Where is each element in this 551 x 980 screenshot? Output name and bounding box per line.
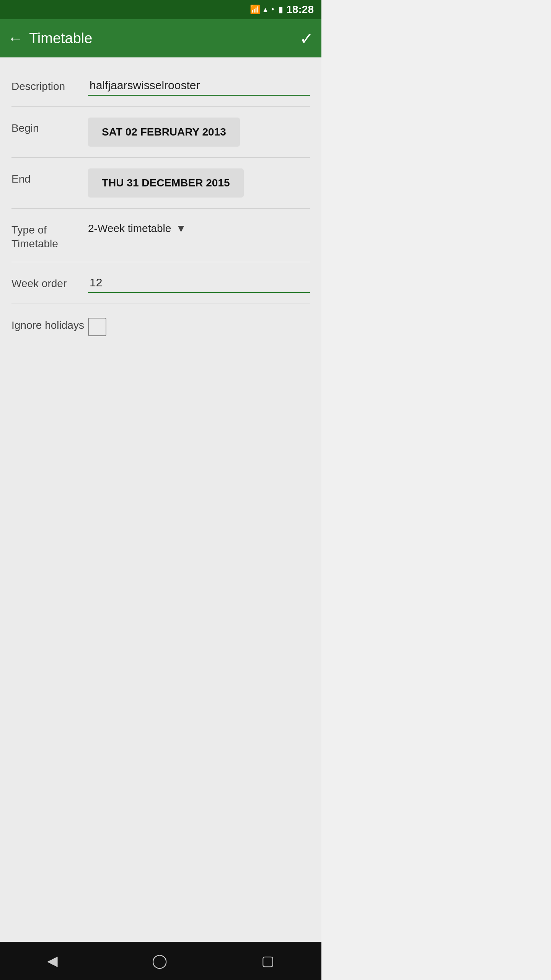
ignore-holidays-checkbox[interactable]	[88, 318, 106, 336]
ignore-holidays-control	[88, 315, 310, 339]
end-label: End	[11, 168, 88, 186]
bluetooth-icon: 📶	[250, 5, 260, 15]
description-control	[88, 76, 310, 96]
nav-home-icon[interactable]: ◯	[152, 953, 167, 969]
end-control: THU 31 DECEMBER 2015	[88, 168, 310, 198]
description-input[interactable]	[88, 76, 310, 96]
timetable-type-value: 2-Week timetable	[88, 222, 171, 235]
end-row: End THU 31 DECEMBER 2015	[11, 158, 310, 208]
nav-recent-icon[interactable]: ▢	[261, 953, 274, 969]
nav-bar: ◀ ◯ ▢	[0, 942, 321, 980]
app-bar: ← Timetable ✓	[0, 19, 321, 57]
type-label: Type of Timetable	[11, 219, 88, 251]
begin-row: Begin SAT 02 FEBRUARY 2013	[11, 107, 310, 157]
timetable-dropdown[interactable]: 2-Week timetable ▼	[88, 219, 310, 238]
status-icons: 📶 ▴ ‣ ▮ 18:28	[250, 3, 314, 16]
content-area: Description Begin SAT 02 FEBRUARY 2013 E…	[0, 57, 321, 961]
wifi-icon: ▴	[263, 5, 267, 15]
week-order-row: Week order	[11, 262, 310, 304]
signal-icon: ‣	[271, 5, 276, 15]
nav-back-icon[interactable]: ◀	[47, 953, 58, 969]
ignore-holidays-label: Ignore holidays	[11, 315, 88, 332]
end-date-button[interactable]: THU 31 DECEMBER 2015	[88, 168, 244, 198]
begin-control: SAT 02 FEBRUARY 2013	[88, 118, 310, 147]
app-bar-left: ← Timetable	[8, 30, 92, 47]
battery-icon: ▮	[279, 5, 283, 15]
type-row: Type of Timetable 2-Week timetable ▼	[11, 209, 310, 262]
begin-date-button[interactable]: SAT 02 FEBRUARY 2013	[88, 118, 240, 147]
type-control: 2-Week timetable ▼	[88, 219, 310, 238]
begin-label: Begin	[11, 118, 88, 135]
back-button[interactable]: ←	[8, 31, 23, 46]
description-row: Description	[11, 65, 310, 106]
checkbox-container	[88, 315, 310, 339]
week-order-label: Week order	[11, 273, 88, 291]
status-time: 18:28	[286, 3, 314, 16]
week-order-input[interactable]	[88, 273, 310, 293]
description-label: Description	[11, 76, 88, 93]
dropdown-arrow-icon: ▼	[176, 222, 186, 235]
app-bar-title: Timetable	[29, 30, 92, 47]
ignore-holidays-row: Ignore holidays	[11, 304, 310, 350]
status-bar: 📶 ▴ ‣ ▮ 18:28	[0, 0, 321, 19]
confirm-button[interactable]: ✓	[300, 29, 314, 48]
week-order-control	[88, 273, 310, 293]
